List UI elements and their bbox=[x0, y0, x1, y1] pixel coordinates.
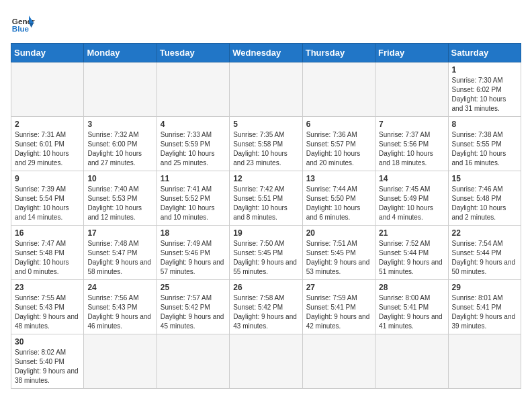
day-number: 2 bbox=[15, 120, 80, 129]
day-number: 16 bbox=[15, 228, 80, 238]
calendar-cell: 23Sunrise: 7:55 AM Sunset: 5:43 PM Dayli… bbox=[11, 280, 84, 334]
calendar-cell: 6Sunrise: 7:36 AM Sunset: 5:57 PM Daylig… bbox=[302, 117, 375, 171]
calendar-cell bbox=[84, 334, 157, 389]
page-header: General Blue bbox=[11, 11, 521, 35]
day-number: 1 bbox=[452, 65, 517, 75]
day-number: 6 bbox=[306, 120, 371, 129]
day-number: 26 bbox=[233, 283, 298, 292]
day-info: Sunrise: 7:33 AM Sunset: 5:59 PM Dayligh… bbox=[161, 130, 226, 168]
calendar-cell: 30Sunrise: 8:02 AM Sunset: 5:40 PM Dayli… bbox=[11, 334, 84, 389]
day-number: 5 bbox=[233, 120, 298, 129]
calendar-cell: 3Sunrise: 7:32 AM Sunset: 6:00 PM Daylig… bbox=[84, 117, 157, 171]
day-info: Sunrise: 7:42 AM Sunset: 5:51 PM Dayligh… bbox=[233, 185, 298, 222]
day-number: 15 bbox=[452, 174, 517, 183]
day-number: 27 bbox=[306, 283, 371, 292]
calendar-cell: 13Sunrise: 7:44 AM Sunset: 5:50 PM Dayli… bbox=[302, 171, 375, 226]
calendar-cell bbox=[84, 62, 157, 117]
day-number: 29 bbox=[452, 283, 517, 292]
week-row-5: 23Sunrise: 7:55 AM Sunset: 5:43 PM Dayli… bbox=[11, 280, 521, 334]
day-info: Sunrise: 8:01 AM Sunset: 5:41 PM Dayligh… bbox=[452, 293, 517, 331]
calendar-cell: 12Sunrise: 7:42 AM Sunset: 5:51 PM Dayli… bbox=[230, 171, 302, 226]
day-number: 7 bbox=[379, 120, 444, 129]
calendar-cell: 19Sunrise: 7:50 AM Sunset: 5:45 PM Dayli… bbox=[230, 226, 302, 280]
week-row-2: 2Sunrise: 7:31 AM Sunset: 6:01 PM Daylig… bbox=[11, 117, 521, 171]
day-number: 17 bbox=[87, 228, 152, 238]
calendar-cell: 2Sunrise: 7:31 AM Sunset: 6:01 PM Daylig… bbox=[11, 117, 84, 171]
calendar-cell: 18Sunrise: 7:49 AM Sunset: 5:46 PM Dayli… bbox=[157, 226, 229, 280]
day-info: Sunrise: 7:47 AM Sunset: 5:48 PM Dayligh… bbox=[15, 239, 80, 277]
calendar-cell bbox=[230, 62, 302, 117]
day-number: 9 bbox=[15, 174, 80, 183]
calendar-cell: 14Sunrise: 7:45 AM Sunset: 5:49 PM Dayli… bbox=[375, 171, 448, 226]
day-number: 10 bbox=[87, 174, 152, 183]
day-info: Sunrise: 7:58 AM Sunset: 5:42 PM Dayligh… bbox=[233, 293, 298, 331]
day-number: 19 bbox=[233, 228, 298, 238]
weekday-header-friday: Friday bbox=[375, 44, 448, 62]
day-info: Sunrise: 7:37 AM Sunset: 5:56 PM Dayligh… bbox=[379, 130, 444, 168]
calendar-cell: 10Sunrise: 7:40 AM Sunset: 5:53 PM Dayli… bbox=[84, 171, 157, 226]
day-number: 12 bbox=[233, 174, 298, 183]
logo-icon: General Blue bbox=[11, 11, 35, 35]
day-info: Sunrise: 7:48 AM Sunset: 5:47 PM Dayligh… bbox=[87, 239, 152, 277]
day-info: Sunrise: 7:46 AM Sunset: 5:48 PM Dayligh… bbox=[452, 185, 517, 222]
calendar-cell bbox=[302, 334, 375, 389]
day-number: 23 bbox=[15, 283, 80, 292]
day-info: Sunrise: 7:31 AM Sunset: 6:01 PM Dayligh… bbox=[15, 130, 80, 168]
day-number: 24 bbox=[87, 283, 152, 292]
calendar-cell: 16Sunrise: 7:47 AM Sunset: 5:48 PM Dayli… bbox=[11, 226, 84, 280]
calendar-cell bbox=[157, 62, 229, 117]
calendar-cell: 15Sunrise: 7:46 AM Sunset: 5:48 PM Dayli… bbox=[448, 171, 521, 226]
week-row-1: 1Sunrise: 7:30 AM Sunset: 6:02 PM Daylig… bbox=[11, 62, 521, 117]
day-number: 4 bbox=[161, 120, 226, 129]
weekday-header-sunday: Sunday bbox=[11, 44, 84, 62]
day-number: 21 bbox=[379, 228, 444, 238]
day-info: Sunrise: 7:44 AM Sunset: 5:50 PM Dayligh… bbox=[306, 185, 371, 222]
calendar-cell: 28Sunrise: 8:00 AM Sunset: 5:41 PM Dayli… bbox=[375, 280, 448, 334]
calendar-cell: 8Sunrise: 7:38 AM Sunset: 5:55 PM Daylig… bbox=[448, 117, 521, 171]
day-info: Sunrise: 7:38 AM Sunset: 5:55 PM Dayligh… bbox=[452, 130, 517, 168]
day-info: Sunrise: 7:35 AM Sunset: 5:58 PM Dayligh… bbox=[233, 130, 298, 168]
day-info: Sunrise: 7:45 AM Sunset: 5:49 PM Dayligh… bbox=[379, 185, 444, 222]
day-info: Sunrise: 7:36 AM Sunset: 5:57 PM Dayligh… bbox=[306, 130, 371, 168]
day-info: Sunrise: 8:02 AM Sunset: 5:40 PM Dayligh… bbox=[15, 348, 80, 385]
day-number: 30 bbox=[15, 337, 80, 347]
day-number: 18 bbox=[161, 228, 226, 238]
calendar-cell bbox=[448, 334, 521, 389]
week-row-6: 30Sunrise: 8:02 AM Sunset: 5:40 PM Dayli… bbox=[11, 334, 521, 389]
day-number: 22 bbox=[452, 228, 517, 238]
day-info: Sunrise: 7:41 AM Sunset: 5:52 PM Dayligh… bbox=[161, 185, 226, 222]
day-number: 3 bbox=[87, 120, 152, 129]
calendar-cell: 20Sunrise: 7:51 AM Sunset: 5:45 PM Dayli… bbox=[302, 226, 375, 280]
day-info: Sunrise: 7:40 AM Sunset: 5:53 PM Dayligh… bbox=[87, 185, 152, 222]
day-number: 28 bbox=[379, 283, 444, 292]
day-number: 20 bbox=[306, 228, 371, 238]
calendar-cell: 29Sunrise: 8:01 AM Sunset: 5:41 PM Dayli… bbox=[448, 280, 521, 334]
day-number: 13 bbox=[306, 174, 371, 183]
calendar-cell: 27Sunrise: 7:59 AM Sunset: 5:41 PM Dayli… bbox=[302, 280, 375, 334]
day-number: 8 bbox=[452, 120, 517, 129]
calendar-cell: 21Sunrise: 7:52 AM Sunset: 5:44 PM Dayli… bbox=[375, 226, 448, 280]
day-info: Sunrise: 7:30 AM Sunset: 6:02 PM Dayligh… bbox=[452, 76, 517, 113]
day-number: 25 bbox=[161, 283, 226, 292]
calendar-cell: 26Sunrise: 7:58 AM Sunset: 5:42 PM Dayli… bbox=[230, 280, 302, 334]
day-info: Sunrise: 7:56 AM Sunset: 5:43 PM Dayligh… bbox=[87, 293, 152, 331]
calendar-cell: 11Sunrise: 7:41 AM Sunset: 5:52 PM Dayli… bbox=[157, 171, 229, 226]
calendar-cell bbox=[375, 334, 448, 389]
day-info: Sunrise: 7:57 AM Sunset: 5:42 PM Dayligh… bbox=[161, 293, 226, 331]
day-info: Sunrise: 7:39 AM Sunset: 5:54 PM Dayligh… bbox=[15, 185, 80, 222]
calendar-cell: 22Sunrise: 7:54 AM Sunset: 5:44 PM Dayli… bbox=[448, 226, 521, 280]
calendar-cell bbox=[375, 62, 448, 117]
weekday-header-thursday: Thursday bbox=[302, 44, 375, 62]
calendar-cell: 1Sunrise: 7:30 AM Sunset: 6:02 PM Daylig… bbox=[448, 62, 521, 117]
weekday-header-monday: Monday bbox=[84, 44, 157, 62]
calendar-cell: 7Sunrise: 7:37 AM Sunset: 5:56 PM Daylig… bbox=[375, 117, 448, 171]
weekday-header-wednesday: Wednesday bbox=[230, 44, 302, 62]
day-info: Sunrise: 7:32 AM Sunset: 6:00 PM Dayligh… bbox=[87, 130, 152, 168]
calendar-cell bbox=[302, 62, 375, 117]
day-info: Sunrise: 7:52 AM Sunset: 5:44 PM Dayligh… bbox=[379, 239, 444, 277]
week-row-4: 16Sunrise: 7:47 AM Sunset: 5:48 PM Dayli… bbox=[11, 226, 521, 280]
day-info: Sunrise: 7:54 AM Sunset: 5:44 PM Dayligh… bbox=[452, 239, 517, 277]
day-info: Sunrise: 7:49 AM Sunset: 5:46 PM Dayligh… bbox=[161, 239, 226, 277]
calendar-cell: 24Sunrise: 7:56 AM Sunset: 5:43 PM Dayli… bbox=[84, 280, 157, 334]
weekday-header-tuesday: Tuesday bbox=[157, 44, 229, 62]
